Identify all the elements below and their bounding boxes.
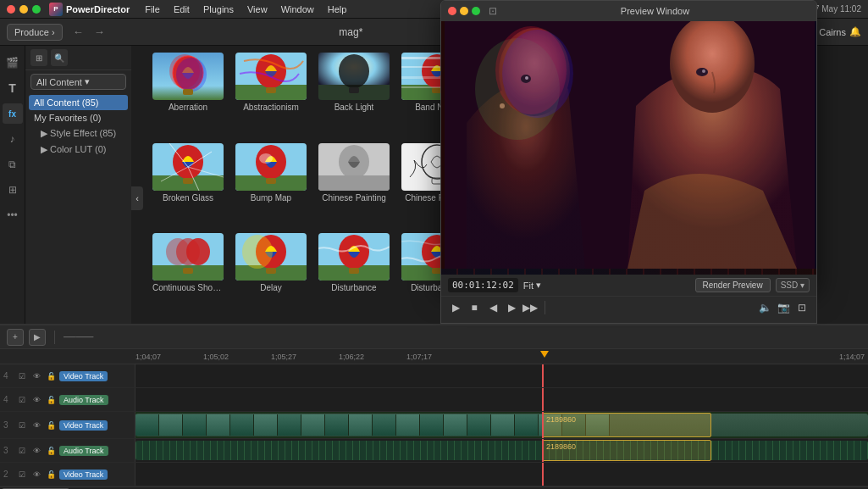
collapse-sidebar-button[interactable]: ‹ bbox=[131, 186, 143, 210]
menu-window[interactable]: Window bbox=[276, 3, 319, 16]
menu-view[interactable]: View bbox=[242, 3, 273, 16]
next-frame-button[interactable]: ▶ bbox=[504, 300, 519, 315]
effect-delay[interactable]: Delay bbox=[233, 233, 309, 317]
forward-button[interactable]: → bbox=[91, 24, 108, 40]
svg-rect-39 bbox=[318, 175, 390, 191]
effect-label-disturbance: Disturbance bbox=[331, 283, 376, 292]
timecode-display[interactable]: 00:01:12:02 bbox=[448, 278, 518, 292]
effect-abstractionism[interactable]: Abstractionism bbox=[233, 53, 309, 136]
svg-rect-13 bbox=[349, 87, 359, 93]
track-lock-icon[interactable]: 🔓 bbox=[45, 469, 57, 481]
track-lock-icon[interactable]: 🔓 bbox=[45, 420, 57, 431]
effect-label-continuousshoot: Continuous Shoot... bbox=[152, 283, 224, 292]
effect-brokenglass[interactable]: Broken Glass bbox=[150, 143, 226, 227]
preview-minimize[interactable] bbox=[460, 7, 468, 15]
audio-waveform bbox=[135, 441, 868, 460]
sidebar-item-style-effect[interactable]: ▶ Style Effect (85) bbox=[29, 125, 128, 142]
minimize-button[interactable] bbox=[19, 5, 28, 14]
prev-frame-button[interactable]: ◀ bbox=[485, 300, 500, 315]
more-icon[interactable]: ••• bbox=[3, 205, 23, 225]
effect-bumpmap[interactable]: Bump Map bbox=[233, 143, 309, 227]
close-button[interactable] bbox=[7, 5, 15, 14]
track-eye-icon[interactable]: 👁 bbox=[30, 370, 42, 382]
pip-icon[interactable]: ⊞ bbox=[3, 180, 23, 200]
fullscreen-button[interactable] bbox=[32, 5, 41, 14]
audio-selected-region[interactable]: 2189860 bbox=[542, 440, 711, 461]
track-eye-icon[interactable]: 👁 bbox=[30, 469, 42, 481]
import-icon[interactable]: ⊞ bbox=[30, 49, 47, 66]
text-icon[interactable]: T bbox=[3, 78, 23, 98]
svg-rect-25 bbox=[183, 178, 193, 184]
track-4-audio-label[interactable]: Audio Track bbox=[59, 395, 108, 405]
track-lock-icon[interactable]: 🔓 bbox=[45, 445, 57, 457]
snapshot-icon[interactable]: 📷 bbox=[776, 300, 791, 315]
video-clip-3[interactable] bbox=[135, 414, 868, 436]
playhead-marker[interactable] bbox=[540, 351, 549, 358]
track-eye-icon[interactable]: 👁 bbox=[30, 394, 42, 406]
track-3-audio: 3 ☑ 👁 🔓 Audio Track 2189860 bbox=[0, 439, 868, 463]
track-2-video-content bbox=[135, 463, 868, 486]
produce-button[interactable]: Produce › bbox=[7, 24, 63, 41]
dropdown-label: All Content bbox=[36, 77, 82, 87]
content-dropdown[interactable]: All Content ▾ bbox=[30, 74, 126, 90]
preview-maximize[interactable] bbox=[472, 7, 480, 15]
track-eye-icon[interactable]: 👁 bbox=[30, 445, 42, 457]
effect-label-aberration: Aberration bbox=[169, 103, 207, 112]
menu-help[interactable]: Help bbox=[323, 3, 352, 16]
search-sidebar-icon[interactable]: 🔍 bbox=[51, 49, 68, 66]
effect-continuousshoot[interactable]: Continuous Shoot... bbox=[150, 233, 226, 317]
track-4-video-controls: 4 ☑ 👁 🔓 Video Track bbox=[0, 364, 135, 387]
transition-icon[interactable]: ⧉ bbox=[3, 154, 23, 175]
track-3-video-label[interactable]: Video Track bbox=[59, 420, 108, 431]
track-checkbox[interactable]: ☑ bbox=[16, 469, 28, 481]
preview-detach-icon[interactable]: ⊡ bbox=[489, 5, 497, 17]
preview-controls-top: 00:01:12:02 Fit ▾ Render Preview SSD ▾ bbox=[441, 275, 816, 297]
track-3-video-content[interactable]: 2189860 bbox=[135, 412, 868, 438]
menu-plugins[interactable]: Plugins bbox=[198, 3, 239, 16]
track-checkbox[interactable]: ☑ bbox=[16, 370, 28, 382]
menu-file[interactable]: File bbox=[140, 3, 165, 16]
controls-right: 🔈 📷 ⊡ bbox=[757, 300, 810, 315]
track-checkbox[interactable]: ☑ bbox=[16, 394, 28, 406]
audio-clip-3[interactable] bbox=[135, 441, 868, 460]
media-icon[interactable]: 🎬 bbox=[3, 53, 23, 73]
effect-aberration[interactable]: Aberration bbox=[150, 53, 226, 136]
fit-dropdown[interactable]: Fit ▾ bbox=[523, 280, 541, 291]
effect-backlight[interactable]: Back Light bbox=[316, 53, 392, 136]
track-checkbox[interactable]: ☑ bbox=[16, 420, 28, 431]
effect-chinesepainting[interactable]: Chinese Painting bbox=[316, 143, 392, 227]
track-lock-icon[interactable]: 🔓 bbox=[45, 370, 57, 382]
output-options[interactable]: SSD ▾ bbox=[776, 278, 810, 292]
audio-icon[interactable]: 🔈 bbox=[757, 300, 772, 315]
track-4-video: 4 ☑ 👁 🔓 Video Track bbox=[0, 364, 868, 388]
timeline-add-button[interactable]: + bbox=[7, 329, 24, 346]
audio-icon[interactable]: ♪ bbox=[3, 129, 23, 149]
play-button[interactable]: ▶ bbox=[448, 300, 463, 315]
skip-forward-button[interactable]: ▶▶ bbox=[522, 300, 538, 315]
sidebar-item-favorites[interactable]: My Favorites (0) bbox=[29, 110, 128, 125]
clip-selected-region[interactable]: 2189860 bbox=[542, 413, 711, 437]
track-eye-icon[interactable]: 👁 bbox=[30, 420, 42, 431]
track-2-video-label[interactable]: Video Track bbox=[59, 470, 108, 480]
track-3-audio-label[interactable]: Audio Track bbox=[59, 446, 108, 456]
sidebar-item-all-content[interactable]: All Content (85) bbox=[29, 95, 128, 110]
external-icon[interactable]: ⊡ bbox=[794, 300, 810, 315]
fx-icon[interactable]: fx bbox=[3, 103, 23, 124]
svg-rect-57 bbox=[349, 268, 359, 274]
stop-button[interactable]: ■ bbox=[467, 300, 482, 315]
svg-point-12 bbox=[339, 54, 369, 88]
produce-label: Produce bbox=[14, 27, 49, 37]
track-lock-icon[interactable]: 🔓 bbox=[45, 394, 57, 406]
sidebar-item-color-lut[interactable]: ▶ Color LUT (0) bbox=[29, 142, 128, 158]
svg-rect-9 bbox=[266, 87, 276, 93]
menu-edit[interactable]: Edit bbox=[169, 3, 195, 16]
user-chevron: 🔔 bbox=[849, 26, 861, 37]
render-preview-button[interactable]: Render Preview bbox=[695, 278, 771, 292]
preview-close[interactable] bbox=[448, 7, 456, 15]
clip-frame bbox=[420, 414, 444, 436]
track-checkbox[interactable]: ☑ bbox=[16, 445, 28, 457]
back-button[interactable]: ← bbox=[69, 24, 87, 40]
timeline-play-button[interactable]: ▶ bbox=[29, 329, 46, 346]
effect-disturbance[interactable]: Disturbance bbox=[316, 233, 392, 317]
track-4-video-label[interactable]: Video Track bbox=[59, 371, 108, 381]
